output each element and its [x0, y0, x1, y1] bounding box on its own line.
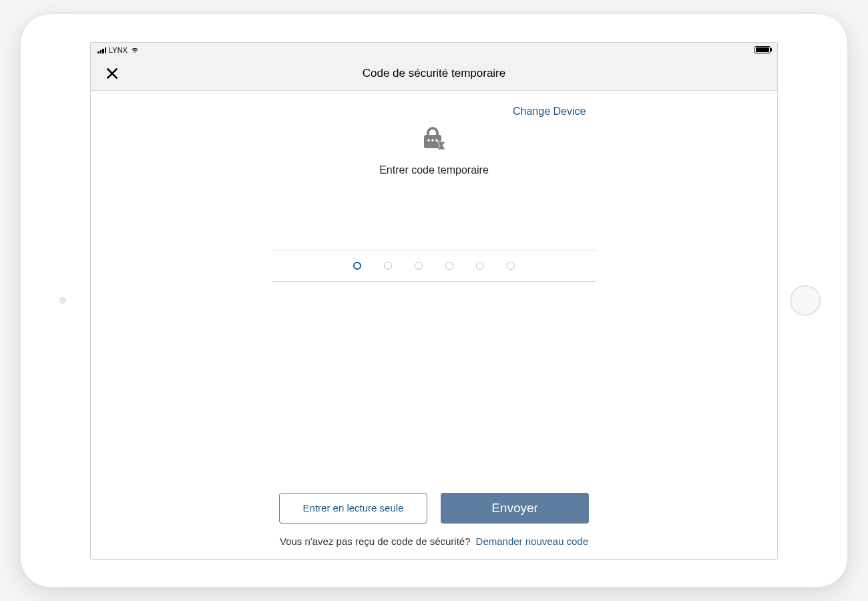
code-digit-5 — [476, 262, 484, 270]
code-digit-4 — [445, 262, 453, 270]
help-text: Vous n'avez pas reçu de code de sécurité… — [280, 536, 471, 547]
page-title: Code de sécurité temporaire — [91, 67, 777, 80]
help-row: Vous n'avez pas reçu de code de sécurité… — [280, 536, 588, 547]
code-digit-1 — [353, 262, 361, 270]
close-button[interactable] — [103, 64, 122, 83]
app-screen: LYNX Code de sécurité temporaire Change … — [90, 42, 778, 560]
camera-dot — [59, 297, 66, 304]
code-input[interactable] — [272, 250, 596, 282]
status-left: LYNX — [97, 45, 140, 55]
code-digit-3 — [415, 262, 423, 270]
signal-icon — [97, 47, 106, 53]
submit-button[interactable]: Envoyer — [441, 493, 589, 524]
read-only-button[interactable]: Entrer en lecture seule — [279, 493, 427, 524]
svg-point-4 — [431, 139, 434, 142]
code-digit-2 — [384, 262, 392, 270]
change-device-link[interactable]: Change Device — [513, 106, 586, 118]
footer-area: Entrer en lecture seule Envoyer Vous n'a… — [91, 493, 777, 547]
prompt-text: Entrer code temporaire — [379, 164, 489, 176]
button-row: Entrer en lecture seule Envoyer — [279, 493, 589, 524]
tablet-frame: LYNX Code de sécurité temporaire Change … — [20, 13, 848, 588]
status-bar: LYNX — [91, 43, 777, 57]
home-button[interactable] — [790, 285, 821, 316]
svg-point-5 — [435, 139, 438, 142]
nav-bar: Code de sécurité temporaire — [91, 57, 777, 91]
carrier-label: LYNX — [109, 46, 128, 54]
wifi-icon — [130, 45, 140, 55]
lock-timer-icon — [417, 122, 451, 155]
battery-icon — [754, 46, 771, 53]
svg-point-3 — [427, 139, 430, 142]
code-digit-6 — [507, 262, 515, 270]
close-icon — [105, 66, 120, 81]
main-content: Change Device Entrer code temporaire — [91, 91, 777, 559]
request-new-code-link[interactable]: Demander nouveau code — [476, 536, 588, 547]
